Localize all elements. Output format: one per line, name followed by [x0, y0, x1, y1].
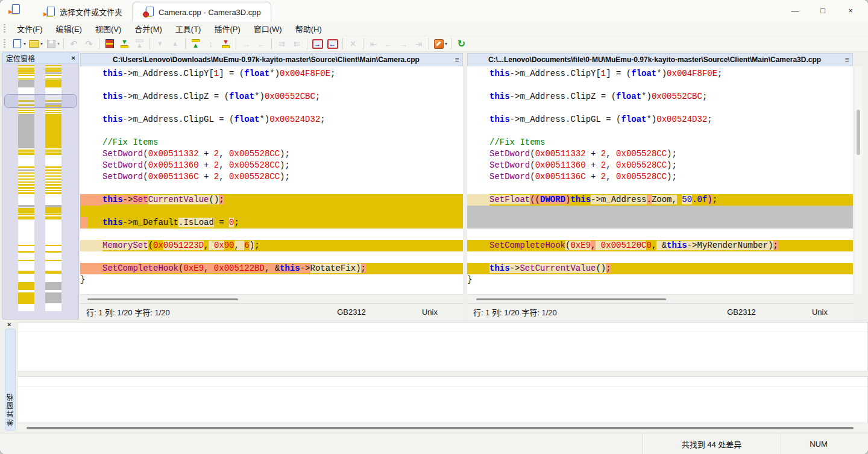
left-code-editor[interactable]: this->m_Address.ClipY[1] = (float*)0x004… [80, 66, 463, 294]
code-line[interactable]: SetCompleteHook(0xE9, 0x005122BD, &this-… [80, 263, 463, 274]
code-line[interactable] [467, 217, 853, 229]
code-line[interactable] [80, 251, 463, 263]
copy-left-advance-button[interactable] [289, 37, 304, 51]
code-line[interactable]: } [80, 274, 463, 286]
options-button[interactable]: ▾ [432, 37, 448, 51]
code-line[interactable] [467, 251, 853, 263]
code-line[interactable]: this->m_Address.ClipGL = (float*)0x00524… [467, 114, 853, 125]
current-difference-button[interactable] [203, 37, 218, 51]
pane-menu-icon[interactable]: ≡ [451, 55, 462, 64]
save-button[interactable]: ▾ [44, 37, 61, 51]
code-line[interactable]: this->m_Address.ClipY[1] = (float*)0x004… [80, 68, 463, 80]
copy-left-button[interactable] [254, 37, 269, 51]
dropdown-caret-icon[interactable]: ▾ [445, 41, 447, 46]
view-change-button[interactable] [102, 37, 117, 51]
code-line[interactable]: //Fix Items [80, 137, 463, 148]
diff-detail-bottom[interactable] [18, 376, 868, 423]
code-line[interactable] [467, 125, 853, 137]
tab-file-compare[interactable]: Camera.cpp - Camera3D.cpp [132, 2, 271, 22]
code-line[interactable]: SetFloat((DWORD)this->m_Address.Zoom, 50… [467, 194, 853, 206]
toolbar-gripper[interactable] [4, 24, 5, 34]
code-line[interactable] [80, 229, 463, 240]
close-button[interactable]: × [837, 0, 864, 20]
undo-button[interactable] [66, 37, 81, 51]
code-line[interactable] [80, 102, 463, 114]
right-code-editor[interactable]: this->m_Address.ClipY[1] = (float*)0x004… [467, 66, 853, 294]
first-difference-button[interactable] [188, 37, 203, 51]
code-line[interactable]: SetDword(0x00511332 + 2, 0x005528CC); [80, 148, 463, 160]
location-pane-body[interactable] [2, 64, 79, 320]
next-file-button[interactable] [396, 37, 411, 51]
encoding-label[interactable]: GB2312 [696, 307, 787, 317]
code-line[interactable] [467, 183, 853, 194]
left-hscrollbar[interactable] [80, 294, 463, 303]
right-pane-header[interactable]: C:\...Lenovo\Documents\file\0-MU\MuEmu-0… [467, 53, 853, 66]
copy-all-left-button[interactable] [325, 37, 340, 51]
code-line[interactable] [80, 286, 463, 294]
code-line[interactable] [467, 229, 853, 240]
eol-label[interactable]: Unix [787, 307, 853, 317]
menu-item-window[interactable]: 窗口(W) [247, 21, 289, 36]
copy-right-button[interactable] [239, 37, 254, 51]
hscroll-thumb[interactable] [476, 298, 666, 300]
next-difference-button[interactable] [117, 37, 132, 51]
minimize-button[interactable]: — [781, 0, 809, 20]
refresh-button[interactable] [454, 37, 469, 51]
hscroll-thumb[interactable] [87, 298, 238, 300]
maximize-button[interactable]: □ [809, 0, 837, 20]
diff-pane-hscroll-thumb[interactable] [27, 427, 854, 429]
code-line[interactable]: this->m_Address.ClipZ = (float*)0x00552C… [467, 91, 853, 102]
dropdown-caret-icon[interactable]: ▾ [40, 41, 43, 46]
left-pane-header[interactable]: C:\Users\Lenovo\Downloads\MuEmu-0.97k-ka… [80, 53, 463, 66]
code-line[interactable]: this->m_Address.ClipGL = (float*)0x00524… [80, 114, 463, 125]
code-line[interactable]: MemorySet(0x0051223D, 0x90, 6); [80, 240, 463, 251]
auto-merge-button[interactable] [345, 37, 360, 51]
code-line[interactable] [467, 286, 853, 294]
code-line[interactable] [467, 80, 853, 91]
last-file-button[interactable] [411, 37, 426, 51]
toolbar-gripper[interactable] [4, 39, 5, 49]
location-pane-close-icon[interactable]: × [72, 54, 75, 61]
prev-file-button[interactable] [381, 37, 396, 51]
code-line[interactable]: SetDword(0x00511360 + 2, 0x005528CC); [467, 160, 853, 171]
right-vscrollbar[interactable] [855, 66, 863, 294]
code-line[interactable]: SetDword(0x0051136C + 2, 0x005528CC); [467, 171, 853, 183]
code-line[interactable]: this->SetCurrentValue(); [80, 194, 463, 206]
code-line[interactable]: SetDword(0x00511360 + 2, 0x005528CC); [80, 160, 463, 171]
open-button[interactable]: ▾ [27, 37, 44, 51]
menu-item-edit[interactable]: 编辑(E) [49, 21, 89, 36]
next-conflict-button[interactable] [153, 37, 168, 51]
dropdown-caret-icon[interactable]: ▾ [57, 41, 60, 46]
code-line[interactable]: this->m_Default.IsLoad = 0; [80, 217, 463, 229]
resize-grip[interactable] [856, 434, 868, 454]
code-line[interactable]: this->m_Address.ClipZ = (float*)0x00552C… [80, 91, 463, 102]
menu-item-plugins[interactable]: 插件(P) [207, 21, 247, 36]
redo-button[interactable] [81, 37, 96, 51]
diff-pane-title-strip[interactable]: 差异窗格 [5, 329, 16, 430]
code-line[interactable]: SetDword(0x00511332 + 2, 0x005528CC); [467, 148, 853, 160]
diff-pane-close-icon[interactable]: × [7, 321, 11, 328]
menu-item-view[interactable]: 视图(V) [89, 21, 128, 36]
menu-item-file[interactable]: 文件(F) [10, 21, 49, 36]
eol-label[interactable]: Unix [397, 307, 463, 317]
menu-item-help[interactable]: 帮助(H) [289, 21, 329, 36]
code-line[interactable] [467, 206, 853, 217]
right-hscrollbar[interactable] [467, 294, 853, 303]
code-line[interactable] [80, 206, 463, 217]
code-line[interactable]: this->m_Address.ClipY[1] = (float*)0x004… [467, 68, 853, 80]
vscroll-thumb[interactable] [857, 110, 860, 155]
diff-detail-top[interactable] [18, 322, 868, 371]
pane-menu-icon[interactable]: ≡ [841, 55, 852, 64]
first-file-button[interactable] [366, 37, 381, 51]
copy-right-advance-button[interactable] [274, 37, 289, 51]
prev-difference-button[interactable] [132, 37, 147, 51]
code-line[interactable]: //Fix Items [467, 137, 853, 148]
menu-item-merge[interactable]: 合并(M) [128, 21, 169, 36]
copy-all-right-button[interactable] [310, 37, 325, 51]
location-view-indicator[interactable] [4, 94, 77, 108]
new-file-button[interactable]: ▾ [10, 37, 27, 51]
code-line[interactable] [467, 102, 853, 114]
code-line[interactable]: } [467, 274, 853, 286]
code-line[interactable] [80, 125, 463, 137]
dropdown-caret-icon[interactable]: ▾ [24, 41, 26, 46]
